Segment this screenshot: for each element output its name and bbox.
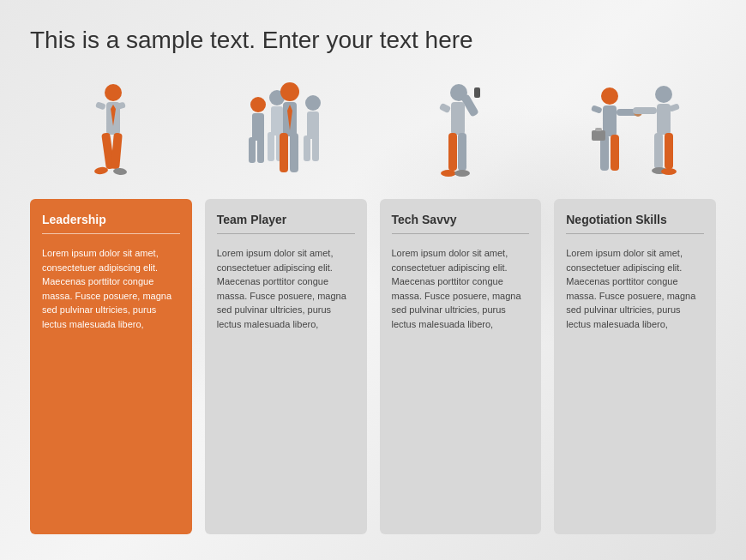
svg-rect-38 <box>591 105 603 114</box>
svg-rect-12 <box>257 137 264 163</box>
negotiation-skills-icon <box>554 79 716 190</box>
svg-rect-25 <box>290 133 298 172</box>
svg-rect-40 <box>611 135 619 171</box>
card-negotiation-skills-title: Negotiation Skills <box>566 213 704 235</box>
page-title: This is a sample text. Enter your text h… <box>30 26 716 55</box>
content-area: Leadership Lorem ipsum dolor sit amet, c… <box>30 70 716 534</box>
card-leadership-title: Leadership <box>42 213 180 235</box>
svg-point-33 <box>441 170 456 177</box>
card-leadership-body: Lorem ipsum dolor sit amet, consectetuer… <box>42 246 180 331</box>
svg-rect-16 <box>312 135 319 161</box>
card-tech-savvy: Tech Savvy Lorem ipsum dolor sit amet, c… <box>380 199 542 534</box>
svg-rect-3 <box>95 101 106 110</box>
card-tech-savvy-title: Tech Savvy <box>392 213 530 235</box>
svg-rect-6 <box>111 132 123 169</box>
svg-rect-10 <box>252 113 264 141</box>
card-team-player-title: Team Player <box>217 213 355 235</box>
svg-rect-11 <box>249 137 256 163</box>
svg-rect-28 <box>474 87 480 98</box>
svg-rect-48 <box>654 133 663 169</box>
svg-point-9 <box>250 97 266 112</box>
svg-point-35 <box>601 87 618 105</box>
svg-rect-42 <box>595 128 602 131</box>
svg-rect-46 <box>633 107 657 114</box>
svg-rect-49 <box>665 133 673 169</box>
leadership-icon <box>30 79 192 190</box>
svg-point-34 <box>454 170 470 177</box>
cards-row: Leadership Lorem ipsum dolor sit amet, c… <box>30 199 716 534</box>
svg-rect-24 <box>280 133 288 172</box>
svg-rect-30 <box>439 102 451 112</box>
card-negotiation-skills: Negotiation Skills Lorem ipsum dolor sit… <box>554 199 716 534</box>
card-tech-savvy-body: Lorem ipsum dolor sit amet, consectetuer… <box>392 246 530 331</box>
page: This is a sample text. Enter your text h… <box>0 0 746 560</box>
svg-point-44 <box>655 86 672 103</box>
svg-rect-45 <box>657 104 671 135</box>
icons-row <box>30 70 716 190</box>
svg-rect-32 <box>458 133 466 171</box>
svg-rect-19 <box>268 132 274 161</box>
svg-rect-29 <box>451 102 465 135</box>
card-negotiation-skills-body: Lorem ipsum dolor sit amet, consectetuer… <box>566 246 704 331</box>
svg-rect-41 <box>592 130 605 141</box>
svg-rect-31 <box>448 133 457 171</box>
svg-point-7 <box>94 166 109 175</box>
svg-rect-18 <box>271 106 283 135</box>
card-leadership: Leadership Lorem ipsum dolor sit amet, c… <box>30 199 192 534</box>
svg-rect-15 <box>304 135 310 161</box>
svg-point-51 <box>661 168 677 175</box>
svg-rect-14 <box>307 111 319 139</box>
card-team-player: Team Player Lorem ipsum dolor sit amet, … <box>205 199 367 534</box>
svg-point-0 <box>105 84 122 101</box>
card-team-player-body: Lorem ipsum dolor sit amet, consectetuer… <box>217 246 355 331</box>
svg-point-21 <box>280 82 299 101</box>
team-player-icon <box>205 79 367 190</box>
tech-savvy-icon <box>380 79 542 190</box>
svg-point-13 <box>305 95 321 111</box>
